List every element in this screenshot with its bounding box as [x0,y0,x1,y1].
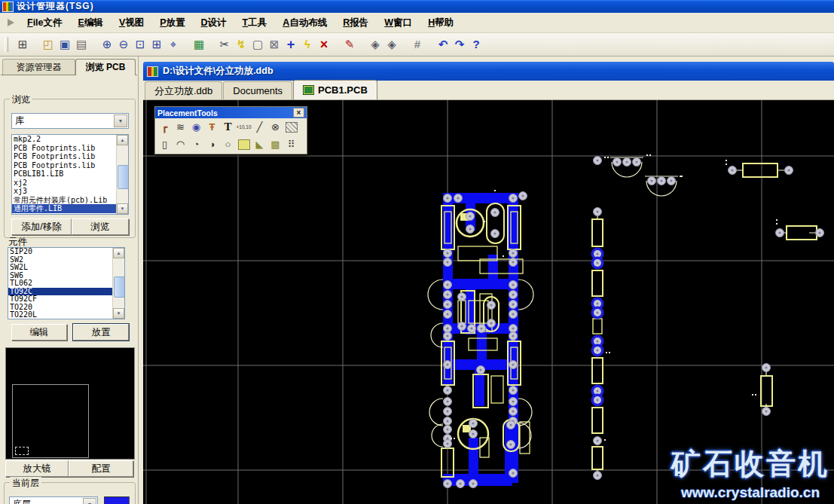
list-item[interactable]: TO220L [8,311,124,319]
zoom-document-icon[interactable]: ⊞ [148,36,165,53]
string-icon[interactable]: T [220,119,236,135]
component-icon[interactable]: ▯ [157,136,173,152]
component-list-scrollbar[interactable] [112,248,124,319]
scroll-thumb[interactable] [114,276,125,298]
draw-line-icon[interactable]: ↯ [233,36,249,53]
chevron-down-icon[interactable] [114,115,127,127]
list-item[interactable]: PCB Footprints.lib [12,161,128,170]
split-plane-icon[interactable]: ▩ [267,136,283,152]
tab-browse-pcb[interactable]: 浏览 PCB [75,59,136,75]
library-list-scrollbar[interactable] [116,135,128,214]
menu-autoroute[interactable]: A自动布线 [280,15,329,31]
pad-icon[interactable]: Ŧ [204,119,220,135]
list-item[interactable]: xj2 [12,179,128,188]
toolbar-grip[interactable] [5,37,8,52]
magnifier-button[interactable]: 放大镜 [5,460,69,477]
list-item[interactable]: SIP20 [8,248,124,256]
title-bar[interactable]: 设计管理器(TSG) [0,0,834,13]
add-remove-button[interactable]: 添加/移除 [11,218,72,235]
paste-array-icon[interactable]: ⠿ [283,136,299,152]
list-item[interactable]: TO220P [8,319,124,320]
scroll-up-icon[interactable] [113,248,124,258]
list-item-selected[interactable]: 通用零件.LIB [12,204,128,213]
zoom-point-icon[interactable]: ⌖ [165,36,182,53]
configure-button[interactable]: 配置 [69,460,133,477]
magnifier-preview[interactable] [5,347,135,460]
menu-design[interactable]: D设计 [199,15,229,31]
placement-tools-titlebar[interactable]: PlacementTools [155,107,307,118]
list-item[interactable]: PCB Footprints.lib [12,152,128,161]
explorer-tree-icon[interactable]: ⊞ [14,36,31,53]
arc-edge-icon[interactable]: ◔ [188,136,204,152]
chevron-down-icon[interactable] [83,498,96,504]
tab-pcb1[interactable]: PCB1.PCB [293,80,377,99]
placement-tools-window[interactable]: PlacementTools ┏ ≋ ◉ Ŧ T +10,10 ╱ ⊗ ▯ ◠ [154,106,307,154]
coordinate-icon[interactable]: +10,10 [236,119,252,135]
close-icon[interactable] [293,108,304,118]
menu-grip-icon[interactable] [8,19,14,26]
keepout-icon[interactable]: ⊗ [267,119,283,135]
scroll-down-icon[interactable] [117,203,128,214]
layer-color-swatch[interactable] [104,496,130,504]
menu-view[interactable]: V视图 [117,15,146,31]
fill-icon[interactable] [236,136,252,152]
menu-window[interactable]: W窗口 [382,15,414,31]
edit-wand-icon[interactable]: ✎ [341,36,358,53]
help-icon[interactable]: ? [468,36,484,53]
open-document-icon[interactable]: ◰ [40,36,57,53]
library-1-icon[interactable]: ◈ [367,36,383,53]
deselect-icon[interactable]: ⊠ [266,36,283,53]
via-icon[interactable]: ◉ [188,119,204,135]
scroll-thumb[interactable] [118,165,129,189]
autoroute-icon[interactable]: ϟ [299,36,316,53]
tab-ddb[interactable]: 分立功放.ddb [145,81,222,99]
library-type-dropdown[interactable]: 库 [11,113,129,129]
pcb-editor-canvas[interactable]: PlacementTools ┏ ≋ ◉ Ŧ T +10,10 ╱ ⊗ ▯ ◠ [143,100,834,504]
list-item[interactable]: PCBLIB1.LIB [12,170,128,179]
list-item[interactable]: mkp2.2 [12,135,128,144]
scroll-down-icon[interactable] [113,308,124,319]
cut-icon[interactable]: ✂ [216,36,233,53]
menu-file[interactable]: File文件 [25,15,65,31]
list-item[interactable]: TO92CF [8,295,124,304]
interactive-routing-icon[interactable]: ┏ [157,119,173,135]
menu-edit[interactable]: E编辑 [76,15,105,31]
place-button[interactable]: 放置 [73,324,129,341]
list-item[interactable]: PCB Footprints.lib [12,144,128,153]
list-item[interactable]: 常用元件封装库(pcb).Lib [12,196,128,205]
list-item[interactable]: xj3 [12,187,128,196]
arc-center-icon[interactable]: ◠ [173,136,188,152]
tab-documents[interactable]: Documents [223,81,292,99]
zoom-window-icon[interactable]: ⊡ [132,36,148,53]
browse-button[interactable]: 浏览 [72,218,129,235]
redo-icon[interactable]: ↷ [451,36,468,53]
browse-board-icon[interactable]: ▦ [191,36,207,53]
list-item[interactable]: SW2L [8,264,124,272]
select-area-icon[interactable]: ▢ [249,36,266,53]
scroll-up-icon[interactable] [117,135,128,145]
zoom-in-icon[interactable]: ⊕ [99,36,115,53]
arc-angle-icon[interactable]: ◑ [204,136,220,152]
layer-dropdown[interactable]: 底层 [9,496,98,504]
move-icon[interactable]: + [283,36,299,53]
menu-help[interactable]: H帮助 [426,15,456,31]
delete-icon[interactable]: × [316,36,332,53]
fill-hatched-icon[interactable] [283,119,299,135]
dimension-icon[interactable]: ╱ [252,119,267,135]
list-item[interactable]: TL062 [8,279,124,288]
menu-reports[interactable]: R报告 [341,15,371,31]
component-list[interactable]: SIP20 SW2 SW2L SW6 TL062 TO92C TO92CF TO… [8,247,125,319]
library-list[interactable]: mkp2.2 PCB Footprints.lib PCB Footprints… [11,134,129,215]
menu-place[interactable]: P放置 [157,15,187,31]
arc-any-angle-icon[interactable]: ≋ [173,119,188,135]
zoom-out-icon[interactable]: ⊖ [115,36,132,53]
print-icon[interactable]: ▤ [73,36,90,53]
tab-explorer[interactable]: 资源管理器 [2,59,75,75]
document-title-bar[interactable]: D:\设计文件\分立功放.ddb [143,62,834,81]
library-2-icon[interactable]: ◈ [383,36,400,53]
full-circle-icon[interactable]: ○ [220,136,236,152]
toggle-grid-icon[interactable]: # [409,36,426,53]
menu-tools[interactable]: T工具 [240,15,270,31]
save-icon[interactable]: ▣ [57,36,73,53]
polygon-plane-icon[interactable]: ◣ [252,136,267,152]
